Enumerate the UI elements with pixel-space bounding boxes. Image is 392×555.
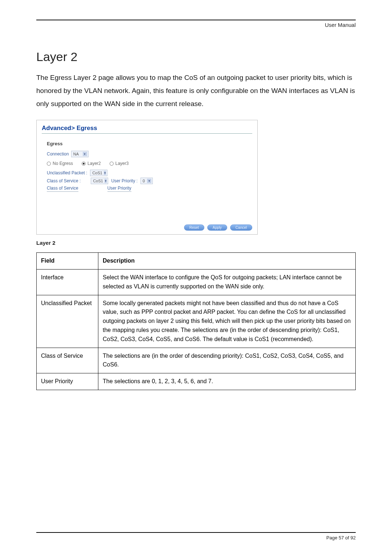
cancel-button[interactable]: Cancel <box>230 224 252 231</box>
mode-layer3[interactable]: Layer3 <box>110 161 129 166</box>
mode-no-egress[interactable]: No Egress <box>47 161 73 166</box>
connection-row: Connection NA ▾ <box>47 151 252 157</box>
section-title: Layer 2 <box>36 50 356 64</box>
table-row: User Priority The selections are 0, 1, 2… <box>37 373 356 390</box>
unclassified-row: Unclassified Packet : CoS1 ▾ <box>47 170 252 176</box>
cell-field: Interface <box>37 270 98 295</box>
page-number: Page 57 of 92 <box>36 535 356 540</box>
cos-select[interactable]: CoS1 ▾ <box>91 178 108 184</box>
user-priority-select[interactable]: 0 ▾ <box>140 178 153 184</box>
cell-field: Unclassified Packet <box>37 295 98 348</box>
chevron-down-icon: ▾ <box>105 179 107 183</box>
cos-table-heads: Class of Service User Priority <box>47 186 252 192</box>
table-row: Unclassified Packet Some locally generat… <box>37 295 356 348</box>
mode-no-egress-label: No Egress <box>53 161 73 166</box>
radio-icon <box>82 162 86 166</box>
apply-button[interactable]: Apply <box>207 224 227 231</box>
header-rule <box>36 20 356 20</box>
connection-label: Connection <box>47 151 69 157</box>
cos-head: Class of Service <box>47 186 78 192</box>
description-table: Field Description Interface Select the W… <box>36 252 356 390</box>
table-row: Class of Service The selections are (in … <box>37 348 356 373</box>
radio-icon <box>110 162 114 166</box>
breadcrumb: Advanced> Egress <box>42 125 252 134</box>
mode-row: No Egress Layer2 Layer3 <box>47 161 252 166</box>
mode-layer2-label: Layer2 <box>87 161 101 166</box>
unclassified-select[interactable]: CoS1 ▾ <box>90 170 107 176</box>
egress-section-label: Egress <box>47 141 252 146</box>
page: User Manual Layer 2 The Egress Layer 2 p… <box>0 0 392 555</box>
reset-button[interactable]: Reset <box>184 224 204 231</box>
cell-desc: Some locally generated packets might not… <box>98 295 356 348</box>
th-field: Field <box>37 253 98 270</box>
section-paragraph: The Egress Layer 2 page allows you to ma… <box>36 71 356 110</box>
screenshot-footer: Reset Apply Cancel <box>42 224 252 231</box>
page-footer: Page 57 of 92 <box>36 532 356 540</box>
user-priority-label: User Priority : <box>111 178 138 183</box>
table-caption: Layer 2 <box>36 240 356 246</box>
cell-desc: The selections are 0, 1, 2, 3, 4, 5, 6, … <box>98 373 356 390</box>
mode-layer3-label: Layer3 <box>115 161 129 166</box>
cos-label: Class of Service : <box>47 178 81 183</box>
egress-screenshot: Advanced> Egress Egress Connection NA ▾ … <box>36 120 258 235</box>
chevron-down-icon: ▾ <box>83 152 87 156</box>
cell-desc: The selections are (in the order of desc… <box>98 348 356 373</box>
user-priority-value: 0 <box>143 179 145 183</box>
th-description: Description <box>98 253 356 270</box>
unclassified-label: Unclassified Packet : <box>47 170 87 175</box>
connection-select[interactable]: NA ▾ <box>71 151 89 157</box>
mode-layer2[interactable]: Layer2 <box>82 161 101 166</box>
footer-rule <box>36 532 356 533</box>
unclassified-select-value: CoS1 <box>92 171 102 175</box>
chevron-down-icon: ▾ <box>147 179 151 183</box>
cell-field: User Priority <box>37 373 98 390</box>
cos-area: Unclassified Packet : CoS1 ▾ Class of Se… <box>47 170 252 192</box>
cos-select-value: CoS1 <box>93 179 103 183</box>
header-right-text: User Manual <box>36 22 356 28</box>
table-header-row: Field Description <box>37 253 356 270</box>
up-head: User Priority <box>107 186 131 192</box>
cell-field: Class of Service <box>37 348 98 373</box>
connection-select-value: NA <box>73 152 79 156</box>
chevron-down-icon: ▾ <box>104 171 106 175</box>
cell-desc: Select the WAN interface to configure th… <box>98 270 356 295</box>
radio-icon <box>47 162 51 166</box>
cos-row: Class of Service : CoS1 ▾ User Priority … <box>47 178 252 184</box>
table-row: Interface Select the WAN interface to co… <box>37 270 356 295</box>
